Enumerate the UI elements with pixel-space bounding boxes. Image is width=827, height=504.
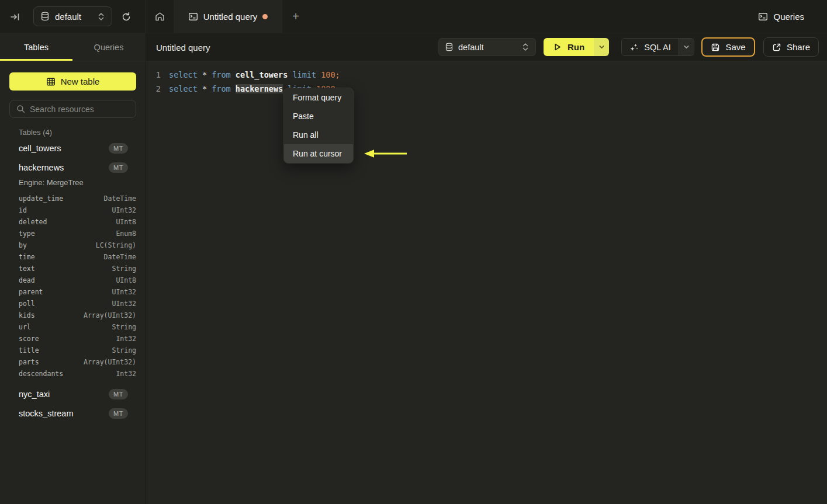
sidebar: New table Tables (4) cell_towers MT hack…: [0, 61, 146, 504]
top-bar-left: default: [0, 0, 146, 33]
run-button-group: Run: [544, 38, 609, 56]
engine-badge: MT: [109, 143, 128, 154]
column-type: LC(String): [96, 241, 136, 249]
database-icon: [41, 12, 49, 21]
terminal-icon: [188, 12, 198, 22]
column-row: idUInt32: [19, 204, 136, 216]
terminal-icon: [758, 12, 768, 22]
code-token: hackernews: [236, 84, 283, 93]
table-row-hackernews[interactable]: hackernews MT: [19, 158, 128, 177]
column-name: text: [19, 265, 35, 273]
refresh-button[interactable]: [120, 11, 133, 23]
column-name: time: [19, 253, 35, 261]
table-row-cell-towers[interactable]: cell_towers MT: [19, 139, 128, 158]
column-name: deleted: [19, 218, 47, 226]
column-type: Int32: [116, 370, 136, 378]
sql-editor[interactable]: 1select * from cell_towers limit 100;2se…: [146, 61, 827, 504]
active-tab-underline: [0, 59, 72, 61]
engine-badge: MT: [109, 408, 128, 419]
new-table-label: New table: [61, 77, 100, 86]
table-row-nyc-taxi[interactable]: nyc_taxi MT: [19, 385, 128, 404]
code-token: *: [202, 84, 207, 93]
tab-label: Untitled query: [203, 12, 258, 22]
toolbar-database-selector[interactable]: default: [438, 38, 536, 56]
run-options-button[interactable]: [594, 38, 609, 56]
save-icon: [711, 43, 720, 52]
table-grid-icon: [46, 77, 56, 86]
chevron-down-icon: [598, 44, 605, 50]
collapse-sidebar-icon: [10, 12, 20, 22]
column-name: update_time: [19, 194, 63, 203]
code-token: ;: [335, 70, 340, 79]
database-selector[interactable]: default: [33, 6, 112, 26]
search-input[interactable]: [30, 105, 136, 114]
toolbar-database-value: default: [458, 43, 517, 52]
sql-ai-button-group: SQL AI: [621, 38, 694, 56]
column-row: update_timeDateTime: [19, 193, 136, 204]
plus-icon: +: [292, 10, 299, 23]
share-button[interactable]: Share: [763, 37, 819, 57]
run-button-label: Run: [568, 42, 584, 52]
annotation-arrow-icon: [362, 148, 409, 159]
column-row: parentUInt32: [19, 286, 136, 298]
code-token: [207, 84, 212, 93]
column-type: Array(UInt32): [84, 311, 136, 319]
table-name: stocks_stream: [19, 409, 73, 418]
sql-ai-button[interactable]: SQL AI: [622, 39, 679, 55]
collapse-sidebar-button[interactable]: [9, 11, 21, 23]
search-icon: [16, 105, 25, 113]
column-row: pollUInt32: [19, 298, 136, 310]
save-button[interactable]: Save: [701, 37, 755, 57]
column-name: poll: [19, 300, 35, 308]
column-row: kidsArray(UInt32): [19, 310, 136, 321]
sidebar-header: Tables Queries: [0, 33, 146, 61]
share-icon: [772, 43, 781, 52]
code-token: from: [212, 84, 231, 93]
sql-ai-options-button[interactable]: [679, 39, 694, 55]
table-name: nyc_taxi: [19, 390, 50, 399]
column-type: Enum8: [116, 230, 136, 238]
column-row: partsArray(UInt32): [19, 356, 136, 368]
code-token: *: [202, 70, 207, 79]
new-tab-button[interactable]: +: [282, 0, 309, 33]
menu-item-run-at-cursor[interactable]: Run at cursor: [284, 144, 353, 163]
new-table-button[interactable]: New table: [9, 72, 136, 91]
menu-item-run-all[interactable]: Run all: [284, 126, 353, 144]
line-number: 1: [146, 70, 161, 79]
column-type: UInt32: [112, 288, 136, 296]
run-button[interactable]: Run: [544, 38, 594, 56]
unsaved-indicator-dot: [262, 14, 268, 19]
share-button-label: Share: [787, 42, 810, 52]
column-type: DateTime: [104, 253, 136, 261]
menu-item-format-query[interactable]: Format query: [284, 88, 353, 107]
hackernews-columns: update_timeDateTimeidUInt32deletedUInt8t…: [19, 193, 136, 380]
column-row: byLC(String): [19, 239, 136, 251]
database-icon: [445, 43, 453, 51]
menu-item-paste[interactable]: Paste: [284, 107, 353, 126]
column-name: kids: [19, 311, 35, 319]
column-row: timeDateTime: [19, 251, 136, 263]
code-token: cell_towers: [236, 70, 288, 79]
queries-button[interactable]: Queries: [758, 8, 804, 25]
column-name: title: [19, 346, 39, 354]
engine-label: Engine: MergeTree: [19, 178, 84, 187]
column-row: textString: [19, 263, 136, 274]
sidebar-tab-tables-label: Tables: [24, 43, 49, 52]
column-type: Array(UInt32): [84, 358, 136, 366]
updown-chevron-icon: [98, 12, 105, 21]
code-token: 100: [321, 70, 335, 79]
column-name: id: [19, 206, 27, 214]
home-button[interactable]: [146, 0, 174, 33]
sidebar-tab-tables[interactable]: Tables: [0, 33, 72, 61]
column-row: descendantsInt32: [19, 368, 136, 380]
code-token: [288, 70, 292, 79]
tab-untitled-query[interactable]: Untitled query: [174, 0, 282, 33]
sidebar-tab-queries[interactable]: Queries: [72, 33, 145, 61]
code-token: limit: [292, 70, 316, 79]
column-type: String: [112, 323, 136, 331]
column-type: UInt32: [112, 206, 136, 214]
table-name: cell_towers: [19, 144, 61, 153]
column-type: UInt8: [116, 276, 136, 284]
table-row-stocks-stream[interactable]: stocks_stream MT: [19, 404, 128, 423]
refresh-icon: [121, 12, 132, 22]
